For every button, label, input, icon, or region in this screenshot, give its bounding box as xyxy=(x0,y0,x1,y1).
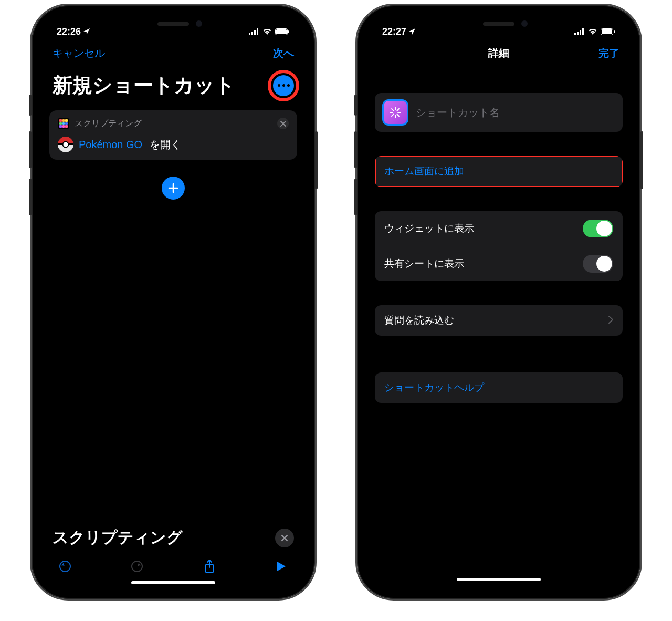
home-indicator[interactable] xyxy=(457,578,541,581)
toolbar xyxy=(41,551,306,579)
add-action-button[interactable] xyxy=(162,177,185,200)
svg-line-22 xyxy=(397,115,400,117)
load-questions-label: 質問を読み込む xyxy=(384,314,601,327)
cellular-icon xyxy=(249,28,259,35)
svg-point-7 xyxy=(60,561,70,572)
done-button[interactable]: 完了 xyxy=(593,46,620,60)
svg-rect-5 xyxy=(276,29,287,34)
svg-rect-12 xyxy=(580,30,581,35)
shortcut-name-row[interactable]: ショートカット名 xyxy=(375,93,623,132)
add-to-home-row[interactable]: ホーム画面に追加 xyxy=(375,156,623,187)
widget-toggle[interactable] xyxy=(583,220,613,237)
chevron-right-icon xyxy=(608,315,613,326)
pokemon-go-icon xyxy=(58,137,74,152)
svg-rect-0 xyxy=(249,33,250,35)
phone-right: 22:27 詳細 完了 xyxy=(357,5,640,599)
svg-rect-15 xyxy=(602,29,612,34)
action-app-name[interactable]: Pokémon GO xyxy=(79,139,142,151)
wifi-icon xyxy=(588,28,597,35)
location-icon xyxy=(83,28,90,35)
location-icon xyxy=(408,28,416,35)
nav-title: 詳細 xyxy=(404,46,593,60)
svg-rect-10 xyxy=(574,33,576,35)
share-sheet-toggle[interactable] xyxy=(583,255,613,273)
add-to-home-label: ホーム画面に追加 xyxy=(384,164,613,178)
svg-rect-13 xyxy=(582,28,584,35)
status-time: 22:26 xyxy=(57,26,81,37)
screen-right: 22:27 詳細 完了 xyxy=(366,15,631,589)
help-row[interactable]: ショートカットヘルプ xyxy=(375,372,623,403)
action-verb: を開く xyxy=(150,138,181,152)
page-title: 新規ショートカット xyxy=(52,72,235,99)
phone-left: 22:26 キャンセル 次へ 新規ショートカッ xyxy=(32,5,315,599)
undo-button[interactable] xyxy=(57,558,74,575)
svg-line-24 xyxy=(392,115,394,117)
redo-button[interactable] xyxy=(129,558,145,575)
nav-bar: 詳細 完了 xyxy=(366,41,631,64)
widget-row: ウィジェットに表示 xyxy=(375,211,623,246)
play-button[interactable] xyxy=(273,558,290,575)
more-button[interactable] xyxy=(273,75,294,96)
share-sheet-row: 共有シートに表示 xyxy=(375,246,623,281)
widget-label: ウィジェットに表示 xyxy=(384,222,575,235)
action-card[interactable]: スクリプティング Pokémon GO を開く xyxy=(49,110,297,160)
next-button[interactable]: 次へ xyxy=(273,46,294,60)
help-label: ショートカットヘルプ xyxy=(384,381,613,395)
search-category: スクリプティング xyxy=(52,527,183,548)
svg-rect-16 xyxy=(614,30,615,33)
svg-rect-1 xyxy=(251,32,253,35)
screen-left: 22:26 キャンセル 次へ 新規ショートカッ xyxy=(41,15,306,589)
scripting-icon xyxy=(58,118,69,129)
status-time: 22:27 xyxy=(382,26,406,37)
nav-bar: キャンセル 次へ xyxy=(41,41,306,64)
card-category: スクリプティング xyxy=(75,118,272,129)
load-questions-row[interactable]: 質問を読み込む xyxy=(375,305,623,336)
share-button[interactable] xyxy=(201,558,218,575)
glyph-picker[interactable] xyxy=(382,99,408,126)
annotation-circle xyxy=(268,70,299,101)
search-row[interactable]: スクリプティング xyxy=(41,527,306,551)
battery-icon xyxy=(601,28,615,35)
clear-search-button[interactable] xyxy=(275,529,294,547)
title-row: 新規ショートカット xyxy=(41,64,306,106)
home-indicator[interactable] xyxy=(131,581,215,584)
svg-line-21 xyxy=(392,109,394,111)
notch xyxy=(441,15,556,33)
share-sheet-label: 共有シートに表示 xyxy=(384,257,575,271)
svg-rect-6 xyxy=(288,30,289,33)
svg-rect-2 xyxy=(254,30,256,35)
cancel-button[interactable]: キャンセル xyxy=(52,46,105,60)
svg-point-8 xyxy=(132,561,142,572)
remove-action-button[interactable] xyxy=(277,118,289,129)
svg-line-23 xyxy=(397,109,400,111)
battery-icon xyxy=(275,28,290,35)
cellular-icon xyxy=(574,28,585,35)
svg-rect-3 xyxy=(257,28,258,35)
shortcut-name-input[interactable]: ショートカット名 xyxy=(416,106,615,120)
wifi-icon xyxy=(262,28,272,35)
svg-rect-11 xyxy=(577,32,579,35)
notch xyxy=(116,15,231,33)
